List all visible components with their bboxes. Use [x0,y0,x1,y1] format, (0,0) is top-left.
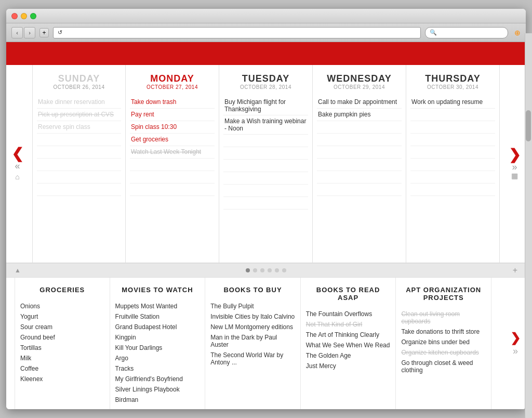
task-item[interactable]: Buy Michigan flight for Thanksgiving [223,96,308,115]
someday-item[interactable]: Coffee [19,363,105,374]
someday-item[interactable]: Silver Linings Playbook [114,384,201,395]
task-empty[interactable]: . [37,134,121,146]
task-empty[interactable]: . [410,184,495,196]
task-empty[interactable]: . [223,135,308,147]
page-dot[interactable] [260,268,264,272]
someday-item[interactable]: Organize kitchen cupboards [400,347,487,358]
someday-item[interactable]: Onions [19,301,105,311]
someday-item[interactable]: Just Mercy [305,361,392,371]
task-empty[interactable]: . [223,185,308,197]
someday-item[interactable]: Ground beef [19,332,105,343]
someday-item[interactable]: Fruitville Station [114,311,201,322]
task-empty[interactable]: . [317,184,402,196]
close-button[interactable] [11,13,18,19]
someday-item[interactable]: The Bully Pulpit [209,301,296,311]
someday-item[interactable]: Muppets Most Wanted [114,301,201,311]
someday-item[interactable]: Invisible Cities by Italo Calvino [209,311,296,322]
task-empty[interactable]: . [410,159,495,171]
task-empty[interactable]: . [223,160,308,172]
task-item[interactable]: Spin class 10:30 [130,121,215,134]
task-item[interactable]: Take down trash [130,96,215,109]
task-empty[interactable]: . [223,147,308,160]
prev-week-small-button[interactable]: « [15,161,20,171]
task-empty[interactable]: . [317,121,402,134]
task-item[interactable]: Get groceries [130,134,215,146]
someday-item[interactable]: New LM Montgomery editions [209,322,296,332]
home-button[interactable]: ⌂ [15,173,19,181]
task-item[interactable]: Make a Wish training webinar - Noon [223,115,308,135]
next-week-button[interactable]: ❯ [509,148,521,162]
task-item[interactable]: Pick up prescription at CVS [37,109,121,121]
reload-icon[interactable]: ↺ [58,29,62,36]
task-empty[interactable]: . [317,171,402,184]
calendar-icon[interactable]: ▦ [511,172,518,180]
page-dot[interactable] [282,268,286,272]
day-column-tuesday[interactable]: TUESDAY OCTOBER 28, 2014 Buy Michigan fl… [219,65,313,263]
someday-item[interactable]: Yogurt [19,311,105,322]
task-item[interactable]: Make dinner reservation [37,96,121,109]
task-item[interactable]: Reserve spin class [37,121,121,134]
task-item[interactable]: Watch Last Week Tonight [130,146,215,159]
someday-item[interactable]: Argo [114,353,201,363]
forward-button[interactable]: › [24,27,35,38]
someday-item[interactable]: Kill Your Darlings [114,343,201,353]
task-item[interactable]: Call to make Dr appointment [317,96,402,109]
page-dot[interactable] [275,268,279,272]
task-empty[interactable]: . [410,134,495,146]
task-item[interactable]: Bake pumpkin pies [317,109,402,121]
day-column-wednesday[interactable]: WEDNESDAY OCTOBER 29, 2014 Call to make … [313,65,406,263]
day-column-thursday[interactable]: THURSDAY OCTOBER 30, 2014 Work on updati… [406,65,500,263]
someday-item[interactable]: Kingpin [114,332,201,343]
someday-item[interactable]: Milk [19,353,105,363]
add-list-button[interactable]: + [513,266,517,275]
task-empty[interactable]: . [37,171,121,184]
someday-item[interactable]: Clean out living room cupboards [400,309,487,326]
task-empty[interactable]: . [37,184,121,196]
someday-item[interactable]: The Golden Age [305,350,392,361]
someday-item[interactable]: Sour cream [19,322,105,332]
day-column-monday[interactable]: MONDAY OCTOBER 27, 2014 Take down trashP… [126,65,219,263]
someday-item[interactable]: My Girlfriend's Boyfriend [114,374,201,384]
page-dot[interactable] [268,268,272,272]
task-empty[interactable]: . [130,159,215,171]
prev-week-button[interactable]: ❮ [11,147,23,161]
someday-item[interactable]: Go through closet & weed clothing [400,358,487,375]
scrollbar-track[interactable] [525,33,526,409]
page-dot[interactable] [253,268,257,272]
task-empty[interactable]: . [37,146,121,159]
someday-next-button[interactable]: ❯ [510,332,521,344]
url-bar[interactable]: ↺ [53,27,421,38]
someday-item[interactable]: Man in the Dark by Paul Auster [209,332,296,350]
task-empty[interactable]: . [223,197,308,210]
someday-item[interactable]: The Art of Thinking Clearly [305,330,392,340]
task-empty[interactable]: . [130,171,215,184]
page-up-button[interactable]: ▲ [15,267,21,274]
task-empty[interactable]: . [410,109,495,121]
someday-item[interactable]: Tortillas [19,343,105,353]
task-empty[interactable]: . [37,159,121,171]
maximize-button[interactable] [30,13,36,19]
someday-item[interactable]: Tracks [114,363,201,374]
someday-next-small-button[interactable]: » [513,346,518,356]
someday-item[interactable]: Organize bins under bed [400,337,487,347]
someday-item[interactable]: The Second World War by Antony ... [209,350,296,368]
task-item[interactable]: Work on updating resume [410,96,495,109]
someday-item[interactable]: Take donations to thrift store [400,326,487,337]
task-empty[interactable]: . [317,134,402,146]
page-dot[interactable] [246,268,250,272]
search-bar[interactable]: 🔍 [425,27,508,38]
next-week-small-button[interactable]: » [512,162,517,172]
task-item[interactable]: Pay rent [130,109,215,121]
task-empty[interactable]: . [410,121,495,134]
someday-item[interactable]: Kleenex [19,374,105,384]
someday-item[interactable]: Grand Budapest Hotel [114,322,201,332]
task-empty[interactable]: . [410,171,495,184]
new-tab-button[interactable]: + [39,28,49,37]
someday-item[interactable]: What We See When We Read [305,340,392,350]
task-empty[interactable]: . [223,172,308,185]
task-empty[interactable]: . [317,146,402,159]
task-empty[interactable]: . [317,159,402,171]
someday-item[interactable]: The Fountain Overflows [305,309,392,319]
someday-item[interactable]: Not That Kind of Girl [305,319,392,330]
bookmark-icon[interactable]: ⊕ [514,29,521,37]
